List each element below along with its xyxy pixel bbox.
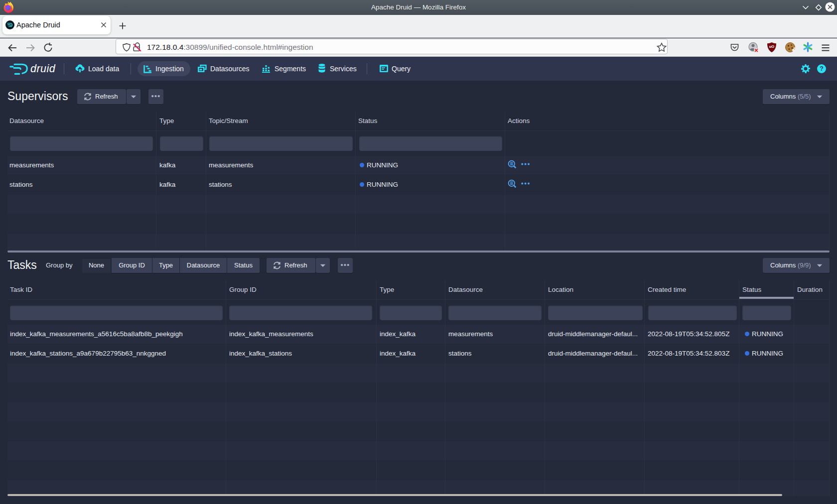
- svg-text:?: ?: [820, 65, 824, 72]
- svg-text:uO: uO: [769, 44, 775, 49]
